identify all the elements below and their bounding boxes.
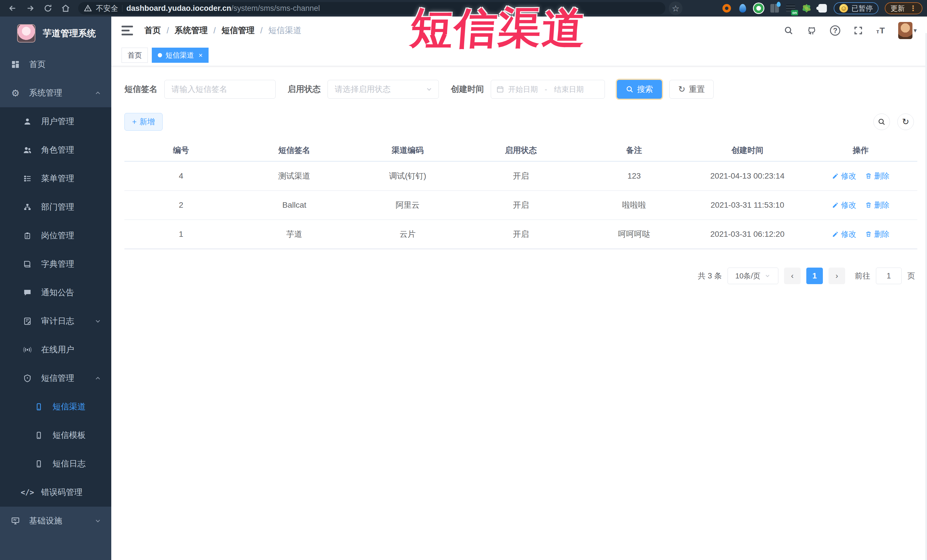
end-date-placeholder[interactable]: 结束日期 bbox=[554, 85, 584, 94]
breadcrumb: 首页 / 系统管理 / 短信管理 / 短信渠道 bbox=[144, 25, 301, 36]
extension-grid-icon[interactable] bbox=[770, 3, 780, 13]
search-button[interactable]: 搜索 bbox=[617, 80, 662, 99]
log-icon bbox=[22, 317, 33, 325]
phone-icon bbox=[33, 403, 44, 411]
browser-back-icon[interactable] bbox=[5, 2, 21, 15]
app-logo-row[interactable]: 芋道管理系统 bbox=[0, 17, 111, 50]
screen: 不安全 dashboard.yudao.iocoder.cn/system/sm… bbox=[0, 0, 927, 560]
paused-label: 已暂停 bbox=[851, 4, 873, 13]
goto-label: 前往 bbox=[855, 271, 870, 281]
browser-reload-icon[interactable] bbox=[40, 2, 56, 15]
breadcrumb-system[interactable]: 系统管理 bbox=[175, 25, 208, 36]
sidebar-item-dict[interactable]: 字典管理 bbox=[0, 250, 111, 278]
sidebar-item-sms-log[interactable]: 短信日志 bbox=[0, 449, 111, 478]
search-icon[interactable] bbox=[784, 26, 793, 35]
start-date-placeholder[interactable]: 开始日期 bbox=[508, 85, 538, 94]
edit-link[interactable]: 修改 bbox=[832, 229, 857, 239]
add-button[interactable]: + 新增 bbox=[125, 113, 163, 131]
table-row: 2 Ballcat 阿里云 开启 啦啦啦 2021-03-31 11:53:10… bbox=[125, 191, 917, 220]
sidebar-item-infrastructure[interactable]: 基础设施 bbox=[0, 507, 111, 535]
paused-extension-chip[interactable]: ☺ 已暂停 bbox=[834, 2, 878, 14]
tab-label: 短信渠道 bbox=[166, 50, 194, 60]
phone-icon bbox=[33, 431, 44, 439]
extensions-area: ✓ ☺ 已暂停 更新 ⋮ bbox=[722, 2, 922, 14]
address-bar[interactable]: 不安全 dashboard.yudao.iocoder.cn/system/sm… bbox=[78, 2, 666, 15]
sms-shield-icon bbox=[22, 374, 33, 382]
extension-pin-icon[interactable] bbox=[738, 3, 748, 13]
date-range-picker[interactable]: 开始日期 - 结束日期 bbox=[491, 80, 605, 99]
delete-link[interactable]: 删除 bbox=[865, 171, 890, 181]
sidebar-item-sms[interactable]: 短信管理 bbox=[0, 364, 111, 393]
extension-check-icon[interactable]: ✓ bbox=[754, 3, 763, 13]
cell-id: 1 bbox=[125, 220, 238, 249]
extension-puzzle-icon[interactable] bbox=[818, 3, 827, 13]
extension-rows-icon[interactable] bbox=[786, 3, 795, 13]
delete-link[interactable]: 删除 bbox=[865, 229, 890, 239]
sidebar-item-menus[interactable]: 菜单管理 bbox=[0, 164, 111, 193]
sidebar-item-departments[interactable]: 部门管理 bbox=[0, 193, 111, 222]
help-icon[interactable]: ? bbox=[830, 26, 840, 36]
sign-input[interactable] bbox=[164, 80, 276, 99]
delete-link[interactable]: 删除 bbox=[865, 200, 890, 210]
page-size-value: 10条/页 bbox=[735, 271, 760, 281]
sidebar-item-label: 系统管理 bbox=[29, 87, 62, 99]
edit-link[interactable]: 修改 bbox=[832, 200, 857, 210]
add-button-label: 新增 bbox=[140, 117, 155, 127]
col-header-sign: 短信签名 bbox=[238, 140, 351, 161]
col-header-code: 渠道编码 bbox=[351, 140, 464, 161]
sidebar-item-system[interactable]: ⚙ 系统管理 bbox=[0, 79, 111, 107]
page-scrollbar[interactable] bbox=[925, 33, 927, 560]
caret-down-icon[interactable]: ▾ bbox=[913, 27, 917, 34]
browser-menu-icon[interactable]: ⋮ bbox=[909, 4, 917, 13]
sidebar-item-label: 短信模板 bbox=[53, 429, 86, 441]
browser-forward-icon[interactable] bbox=[22, 2, 38, 15]
github-icon[interactable] bbox=[807, 26, 817, 36]
total-count: 共 3 条 bbox=[698, 271, 722, 281]
extension-donut-icon[interactable] bbox=[722, 3, 732, 13]
sidebar-item-sms-template[interactable]: 短信模板 bbox=[0, 421, 111, 449]
goto-page-input[interactable] bbox=[876, 268, 902, 284]
extension-flower-icon[interactable] bbox=[802, 3, 812, 13]
edit-link[interactable]: 修改 bbox=[832, 171, 857, 181]
app-logo-image bbox=[17, 24, 35, 42]
avatar[interactable] bbox=[898, 22, 912, 39]
close-icon[interactable]: × bbox=[199, 52, 202, 59]
sidebar-item-audit-log[interactable]: 审计日志 bbox=[0, 307, 111, 335]
sidebar-item-label: 在线用户 bbox=[41, 344, 74, 355]
prev-page-button[interactable]: ‹ bbox=[784, 268, 801, 284]
tags-view-bar: 首页 短信渠道 × bbox=[111, 44, 927, 66]
warning-icon bbox=[84, 4, 92, 12]
chevron-down-icon bbox=[94, 317, 102, 325]
breadcrumb-sms[interactable]: 短信管理 bbox=[222, 25, 254, 36]
insecure-label[interactable]: 不安全 bbox=[96, 3, 118, 14]
page-size-select[interactable]: 10条/页 bbox=[728, 268, 778, 284]
delete-label: 删除 bbox=[874, 171, 890, 181]
sidebar-item-online-users[interactable]: 在线用户 bbox=[0, 335, 111, 364]
status-select[interactable]: 请选择启用状态 bbox=[328, 80, 439, 99]
fullscreen-icon[interactable] bbox=[853, 26, 863, 35]
page-1-button[interactable]: 1 bbox=[806, 268, 823, 284]
refresh-table-button[interactable]: ↻ bbox=[897, 114, 914, 130]
tab-sms-channel[interactable]: 短信渠道 × bbox=[152, 48, 208, 63]
bookmark-star-icon[interactable]: ☆ bbox=[669, 2, 682, 15]
font-size-icon[interactable]: тT bbox=[876, 26, 885, 35]
sidebar-item-roles[interactable]: 角色管理 bbox=[0, 136, 111, 164]
chevron-up-icon bbox=[94, 375, 102, 382]
sidebar-item-users[interactable]: 用户管理 bbox=[0, 107, 111, 136]
browser-home-icon[interactable] bbox=[58, 2, 74, 15]
org-tree-icon bbox=[22, 203, 33, 211]
hamburger-icon[interactable] bbox=[122, 26, 133, 35]
url-text[interactable]: dashboard.yudao.iocoder.cn/system/sms/sm… bbox=[126, 4, 320, 13]
sidebar-item-sms-channel[interactable]: 短信渠道 bbox=[0, 393, 111, 421]
toggle-search-button[interactable] bbox=[873, 114, 890, 130]
tab-home[interactable]: 首页 bbox=[122, 48, 148, 63]
next-page-button[interactable]: › bbox=[828, 268, 845, 284]
sidebar-item-notice[interactable]: 通知公告 bbox=[0, 278, 111, 307]
breadcrumb-home[interactable]: 首页 bbox=[144, 25, 161, 36]
reset-button[interactable]: ↻ 重置 bbox=[669, 80, 714, 99]
sidebar-item-posts[interactable]: 岗位管理 bbox=[0, 222, 111, 250]
top-navbar: 首页 / 系统管理 / 短信管理 / 短信渠道 ? bbox=[111, 17, 927, 44]
sidebar-item-error-code[interactable]: </> 错误码管理 bbox=[0, 478, 111, 507]
sidebar-item-home[interactable]: 首页 bbox=[0, 50, 111, 79]
browser-update-button[interactable]: 更新 ⋮ bbox=[885, 2, 922, 14]
